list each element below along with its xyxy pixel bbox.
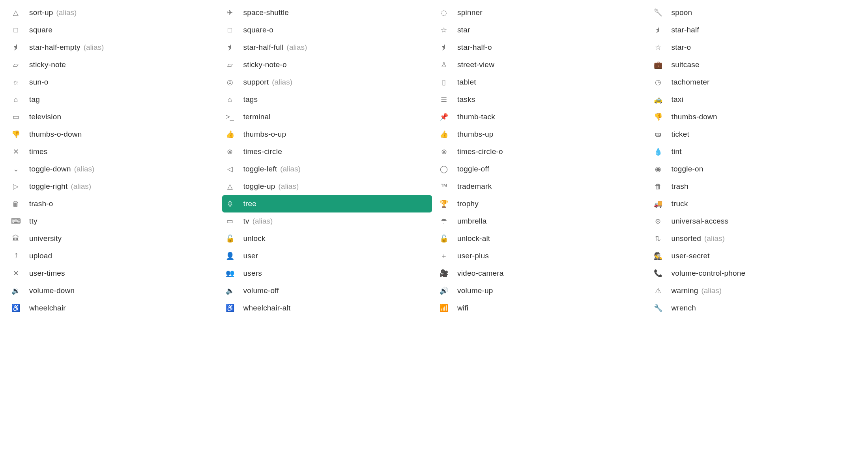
icon-item-trademark[interactable]: ™trademark (436, 178, 646, 195)
icon-item-toggle-up[interactable]: △toggle-up(alias) (222, 178, 432, 195)
alias-badge: (alias) (84, 43, 104, 52)
icon-item-star-half-empty[interactable]: ⯨star-half-empty(alias) (8, 39, 218, 56)
icon-item-times-circle[interactable]: ⊗times-circle (222, 143, 432, 160)
icon-item-space-shuttle[interactable]: ✈space-shuttle (222, 4, 432, 21)
icon-item-user[interactable]: 👤user (222, 247, 432, 265)
icon-item-television[interactable]: ▭television (8, 108, 218, 126)
icon-item-star-half[interactable]: ⯨star-half (650, 21, 861, 39)
icon-item-user-plus[interactable]: ＋user-plus (436, 247, 646, 265)
icon-item-tag[interactable]: ⌂tag (8, 91, 218, 108)
icon-item-volume-up[interactable]: 🔊volume-up (436, 282, 646, 299)
icon-item-label: user-secret (672, 252, 710, 260)
icon-item-label: university (29, 234, 62, 243)
tv-icon: ▭ (225, 216, 235, 226)
icon-item-wrench[interactable]: 🔧wrench (650, 299, 861, 317)
icon-item-label: sticky-note-o (243, 60, 287, 69)
icon-item-sticky-note[interactable]: ▱sticky-note (8, 56, 218, 73)
icon-item-toggle-left[interactable]: ◁toggle-left(alias) (222, 160, 432, 178)
icon-item-label: tachometer (672, 78, 710, 86)
spinner-icon: ◌ (439, 8, 449, 17)
star-o-icon: ☆ (653, 43, 663, 52)
icon-item-tree[interactable]: tree (222, 195, 432, 212)
icon-item-sort-up[interactable]: △sort-up(alias) (8, 4, 218, 21)
icon-item-volume-control-phone[interactable]: 📞volume-control-phone (650, 265, 861, 282)
icon-item-tablet[interactable]: ▯tablet (436, 73, 646, 91)
icon-item-tachometer[interactable]: ◷tachometer (650, 73, 861, 91)
icon-item-toggle-off[interactable]: ◯toggle-off (436, 160, 646, 178)
icon-item-umbrella[interactable]: ☂umbrella (436, 212, 646, 230)
icon-item-volume-down[interactable]: 🔉volume-down (8, 282, 218, 299)
icon-item-label: umbrella (457, 217, 486, 226)
icon-item-thumbs-down[interactable]: 👎thumbs-down (650, 108, 861, 126)
icon-item-thumb-tack[interactable]: 📌thumb-tack (436, 108, 646, 126)
icon-item-trash-o[interactable]: 🗑trash-o (8, 195, 218, 212)
icon-item-video-camera[interactable]: 🎥video-camera (436, 265, 646, 282)
icon-item-wifi[interactable]: 📶wifi (436, 299, 646, 317)
icon-item-university[interactable]: 🏛university (8, 230, 218, 247)
icon-item-label: user (243, 252, 258, 260)
icon-item-label: tint (672, 147, 682, 156)
icon-item-taxi[interactable]: 🚕taxi (650, 91, 861, 108)
icon-item-tty[interactable]: ⌨tty (8, 212, 218, 230)
icon-item-label: square (29, 26, 52, 34)
icon-item-label: ticket (672, 130, 690, 139)
icon-item-toggle-on[interactable]: ◉toggle-on (650, 160, 861, 178)
icon-item-tv[interactable]: ▭tv(alias) (222, 212, 432, 230)
icon-item-street-view[interactable]: ♙street-view (436, 56, 646, 73)
icon-item-wheelchair-alt[interactable]: ♿wheelchair-alt (222, 299, 432, 317)
icon-item-volume-off[interactable]: 🔈volume-off (222, 282, 432, 299)
wifi-icon: 📶 (439, 303, 449, 313)
icon-item-truck[interactable]: 🚚truck (650, 195, 861, 212)
icon-list-col-1: ✈space-shuttle□square-o⯨star-half-full(a… (222, 4, 432, 317)
icon-item-warning[interactable]: ⚠warning(alias) (650, 282, 861, 299)
icon-item-square[interactable]: □square (8, 21, 218, 39)
icon-item-universal-access[interactable]: ⊛universal-access (650, 212, 861, 230)
icon-item-sun-o[interactable]: ☼sun-o (8, 73, 218, 91)
icon-item-user-times[interactable]: ✕user-times (8, 265, 218, 282)
icon-item-spinner[interactable]: ◌spinner (436, 4, 646, 21)
icon-item-label: thumbs-o-up (243, 130, 286, 139)
icon-item-ticket[interactable]: 🎟ticket (650, 126, 861, 143)
icon-item-label: tags (243, 95, 258, 104)
icon-item-star-half-full[interactable]: ⯨star-half-full(alias) (222, 39, 432, 56)
icon-item-upload[interactable]: ⤴upload (8, 247, 218, 265)
star-icon: ☆ (439, 25, 449, 35)
icon-item-trophy[interactable]: 🏆trophy (436, 195, 646, 212)
icon-item-user-secret[interactable]: 🕵user-secret (650, 247, 861, 265)
sun-o-icon: ☼ (11, 77, 21, 87)
icon-item-unlock-alt[interactable]: 🔓unlock-alt (436, 230, 646, 247)
icon-item-star-o[interactable]: ☆star-o (650, 39, 861, 56)
icon-item-star[interactable]: ☆star (436, 21, 646, 39)
truck-icon: 🚚 (653, 199, 663, 209)
icon-item-suitcase[interactable]: 💼suitcase (650, 56, 861, 73)
icon-item-label: street-view (457, 60, 494, 69)
icon-item-sticky-note-o[interactable]: ▱sticky-note-o (222, 56, 432, 73)
icon-item-thumbs-o-up[interactable]: 👍thumbs-o-up (222, 126, 432, 143)
icon-item-star-half-o[interactable]: ⯨star-half-o (436, 39, 646, 56)
icon-item-toggle-right[interactable]: ▷toggle-right(alias) (8, 178, 218, 195)
icon-item-label: square-o (243, 26, 274, 34)
icon-item-tasks[interactable]: ☰tasks (436, 91, 646, 108)
icon-item-support[interactable]: ◎support(alias) (222, 73, 432, 91)
icon-item-users[interactable]: 👥users (222, 265, 432, 282)
icon-item-tint[interactable]: 💧tint (650, 143, 861, 160)
icon-item-wheelchair[interactable]: ♿wheelchair (8, 299, 218, 317)
icon-item-thumbs-up[interactable]: 👍thumbs-up (436, 126, 646, 143)
volume-down-icon: 🔉 (11, 286, 21, 295)
icon-item-unlock[interactable]: 🔓unlock (222, 230, 432, 247)
alias-badge: (alias) (74, 165, 95, 173)
icon-item-times-circle-o[interactable]: ⊗times-circle-o (436, 143, 646, 160)
unlock-alt-icon: 🔓 (439, 234, 449, 243)
icon-item-unsorted[interactable]: ⇅unsorted(alias) (650, 230, 861, 247)
icon-item-toggle-down[interactable]: ⌄toggle-down(alias) (8, 160, 218, 178)
icon-item-label: star-half-empty (29, 43, 80, 52)
icon-item-tags[interactable]: ⌂tags (222, 91, 432, 108)
icon-item-square-o[interactable]: □square-o (222, 21, 432, 39)
icon-item-terminal[interactable]: >_terminal (222, 108, 432, 126)
sticky-note-o-icon: ▱ (225, 60, 235, 70)
icon-item-thumbs-o-down[interactable]: 👎thumbs-o-down (8, 126, 218, 143)
icon-item-label: support (243, 78, 269, 86)
icon-item-spoon[interactable]: 🥄spoon (650, 4, 861, 21)
icon-item-trash[interactable]: 🗑trash (650, 178, 861, 195)
icon-item-times[interactable]: ✕times (8, 143, 218, 160)
